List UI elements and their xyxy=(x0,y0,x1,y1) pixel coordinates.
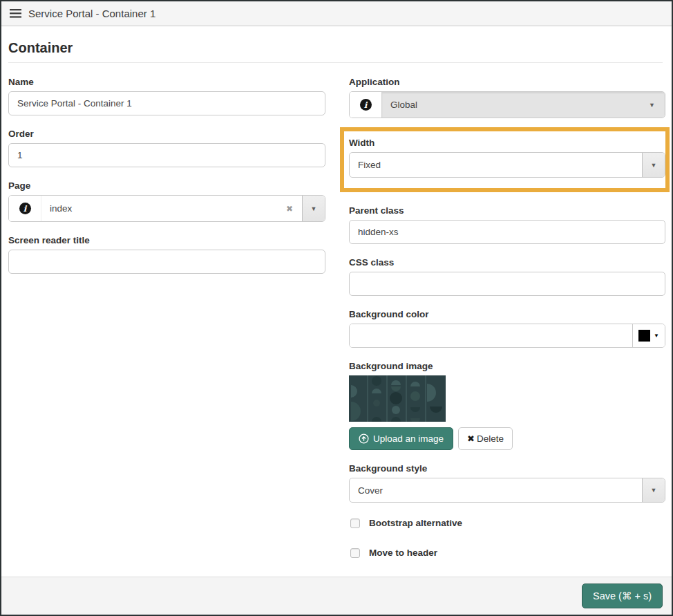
width-value[interactable]: Fixed xyxy=(350,153,642,177)
application-reference-field: i Global ▼ xyxy=(349,91,665,118)
upload-button-label: Upload an image xyxy=(373,433,444,444)
color-swatch xyxy=(638,330,650,342)
page-dropdown-button[interactable]: ▼ xyxy=(302,196,325,221)
field-bootstrap-alternative: Bootstrap alternative xyxy=(350,518,665,528)
order-label: Order xyxy=(8,129,325,139)
field-background-style: Background style Cover ▼ xyxy=(349,463,665,503)
form-column-left: Name Order Page i index ✖ ▼ xyxy=(8,77,325,577)
background-style-value[interactable]: Cover xyxy=(350,478,642,502)
width-select[interactable]: Fixed ▼ xyxy=(349,152,665,178)
delete-button-label: Delete xyxy=(477,433,504,444)
field-move-to-header: Move to header xyxy=(350,548,665,558)
chevron-down-icon: ▼ xyxy=(654,333,659,339)
field-background-image: Background image xyxy=(349,361,665,450)
bootstrap-alternative-label: Bootstrap alternative xyxy=(369,518,462,528)
heading-divider xyxy=(8,62,663,63)
page-info-section[interactable]: i xyxy=(9,196,41,221)
form-column-right: Application i Global ▼ Width xyxy=(349,77,665,577)
css-class-input[interactable] xyxy=(349,272,665,296)
close-icon: ✖ xyxy=(467,433,475,444)
background-style-label: Background style xyxy=(349,463,665,474)
field-order: Order xyxy=(8,129,325,167)
field-parent-class: Parent class xyxy=(349,205,665,244)
field-screen-reader-title: Screen reader title xyxy=(8,235,325,274)
info-icon: i xyxy=(360,99,372,111)
background-image-label: Background image xyxy=(349,361,665,371)
css-class-label: CSS class xyxy=(349,257,665,268)
parent-class-input[interactable] xyxy=(349,220,665,244)
application-info-section[interactable]: i xyxy=(350,92,381,118)
application-select-disabled: Global ▼ xyxy=(381,92,665,118)
background-image-thumbnail xyxy=(349,375,446,422)
app-window: Service Portal - Container 1 Container N… xyxy=(0,0,673,616)
field-background-color: Background color ▼ xyxy=(349,309,665,348)
chevron-down-icon: ▼ xyxy=(649,102,655,109)
color-picker-button[interactable]: ▼ xyxy=(632,324,665,347)
upload-icon xyxy=(359,433,369,444)
background-color-input[interactable] xyxy=(350,324,632,347)
field-application: Application i Global ▼ xyxy=(349,77,665,118)
bootstrap-alternative-checkbox[interactable] xyxy=(350,519,360,528)
chevron-down-icon: ▼ xyxy=(651,162,657,169)
page-reference-value[interactable]: index xyxy=(41,196,277,221)
clear-icon[interactable]: ✖ xyxy=(277,196,302,221)
width-highlight-callout: Width Fixed ▼ xyxy=(340,127,670,192)
application-label: Application xyxy=(349,77,665,87)
field-page: Page i index ✖ ▼ xyxy=(8,180,325,222)
name-input[interactable] xyxy=(8,91,325,115)
page-title: Container xyxy=(8,40,663,56)
width-dropdown-button[interactable]: ▼ xyxy=(642,153,665,177)
name-label: Name xyxy=(8,77,325,87)
hamburger-menu-icon[interactable] xyxy=(10,9,21,18)
background-color-field: ▼ xyxy=(349,324,665,348)
upload-image-button[interactable]: Upload an image xyxy=(349,427,453,450)
page-reference-field[interactable]: i index ✖ ▼ xyxy=(8,195,325,222)
move-to-header-label: Move to header xyxy=(369,548,437,558)
parent-class-label: Parent class xyxy=(349,205,665,216)
save-button[interactable]: Save (⌘ + s) xyxy=(582,584,663,608)
screen-reader-title-label: Screen reader title xyxy=(8,235,325,245)
window-titlebar: Service Portal - Container 1 xyxy=(1,1,672,26)
move-to-header-checkbox[interactable] xyxy=(350,548,360,558)
form-main: Container Name Order Page i xyxy=(1,26,672,577)
window-title: Service Portal - Container 1 xyxy=(28,8,155,19)
background-color-label: Background color xyxy=(349,309,665,319)
footer-bar: Save (⌘ + s) xyxy=(1,577,672,615)
chevron-down-icon: ▼ xyxy=(651,487,657,494)
page-label: Page xyxy=(8,180,325,191)
width-label: Width xyxy=(349,138,665,148)
background-style-dropdown-button[interactable]: ▼ xyxy=(642,478,665,502)
field-css-class: CSS class xyxy=(349,257,665,296)
background-style-select[interactable]: Cover ▼ xyxy=(349,478,665,503)
screen-reader-title-input[interactable] xyxy=(8,250,325,274)
info-icon: i xyxy=(19,203,31,214)
field-name: Name xyxy=(8,77,325,115)
order-input[interactable] xyxy=(8,143,325,167)
delete-image-button[interactable]: ✖ Delete xyxy=(458,427,513,450)
chevron-down-icon: ▼ xyxy=(311,205,317,212)
field-width: Width Fixed ▼ xyxy=(349,138,665,178)
application-value: Global xyxy=(390,100,417,110)
